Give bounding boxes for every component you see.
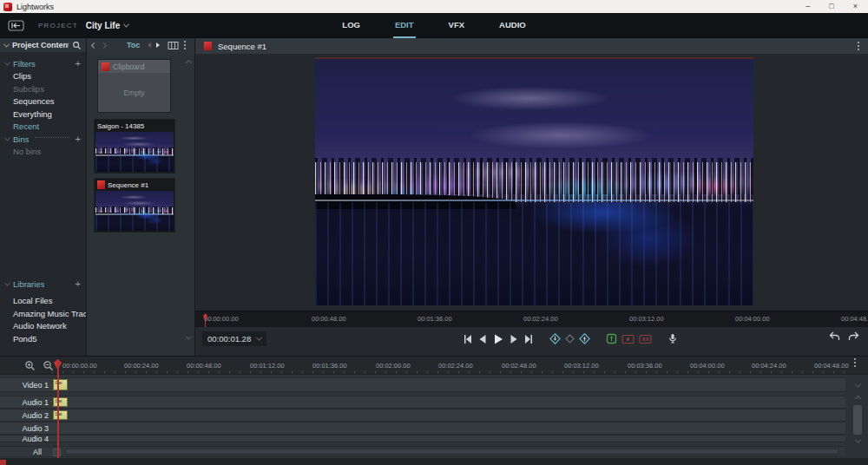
sidebar-section-bins[interactable]: Bins + [0,133,86,146]
track-video-1[interactable]: Video 1 Sai [0,377,845,392]
play-button[interactable] [492,333,504,345]
ruler-tick: 00:02:24.00 [438,362,473,370]
timeline-tracks: Video 1 Sai Audio 1 Sai Audio 2 Sai Audi… [0,375,845,458]
sidebar-item-everything[interactable]: Everything [0,108,86,121]
top-navigation-bar: PROJECT City Life [0,13,868,38]
exit-project-icon[interactable] [8,20,24,31]
insert-edit-button[interactable] [606,333,617,344]
timeline-clip[interactable]: Sai [53,379,68,390]
sequence-title: Sequence #1 [108,181,148,189]
timeline-menu-icon[interactable] [854,362,856,363]
all-track-strip [65,449,838,455]
clip-tile-saigon[interactable]: Saigon - 14385 [94,119,175,174]
timeline-clip[interactable]: Sai [53,397,68,407]
ruler-tick: 00:01:36.00 [418,315,452,323]
track-audio-3[interactable]: Audio 3 [0,422,845,435]
undo-icon[interactable] [829,331,840,342]
ruler-tick: 00:01:12.00 [250,362,285,370]
bin-nav-label[interactable]: Toc [127,41,140,49]
clipboard-empty-text: Empty [98,73,170,113]
nav-forward-icon[interactable] [101,42,107,48]
timecode-display[interactable]: 00:00:01.28 [202,331,266,346]
sidebar-item-recent[interactable]: Recent [0,121,86,134]
project-name-dropdown[interactable]: City Life [86,21,128,30]
skip-start-button[interactable] [463,334,473,344]
sidebar-item-audio-network[interactable]: Audio Network [0,320,86,333]
sidebar-section-filters[interactable]: Filters + [0,57,86,70]
close-button[interactable]: × [853,0,858,13]
sidebar-item-local-files[interactable]: Local Files [0,295,86,308]
page-next-icon[interactable] [156,43,162,48]
ruler-tick: 00:00:00.00 [62,362,97,370]
ruler-tick: 00:03:36.00 [628,362,662,370]
step-back-button[interactable] [477,334,488,344]
track-all[interactable]: All [0,446,845,457]
dotted-leader [35,137,69,138]
zoom-in-icon[interactable] [24,360,36,371]
viewer-playhead[interactable] [202,313,208,325]
sidebar-item-pond5[interactable]: Pond5 [0,332,86,345]
mark-in-button[interactable] [549,333,561,344]
add-bin-button[interactable]: + [76,134,81,143]
tab-audio[interactable]: AUDIO [497,13,528,38]
app-title: Lightworks [16,3,54,11]
ruler-tick: 00:04:48.00 [841,315,868,323]
add-marker-button[interactable] [565,334,575,344]
scroll-down-icon[interactable] [854,437,860,443]
remove-edit-button[interactable] [639,334,652,344]
step-forward-button[interactable] [509,334,519,344]
voiceover-mic-button[interactable] [667,333,678,344]
sidebar-section-libraries[interactable]: Libraries + [0,278,86,291]
clipboard-tile[interactable]: Clipboard Empty [97,59,171,113]
clipboard-icon [102,62,109,71]
search-icon[interactable] [72,41,82,50]
replace-edit-button[interactable] [621,334,635,344]
track-audio-2[interactable]: Audio 2 Sai [0,409,845,422]
timeline-playhead-line[interactable] [57,362,59,459]
add-library-button[interactable]: + [76,279,81,288]
nav-back-icon[interactable] [91,42,97,48]
timeline-ruler[interactable]: 00:00:00.00 00:00:24.00 00:00:48.00 00:0… [0,357,868,375]
scrollbar-thumb[interactable] [853,405,862,435]
chevron-down-icon [4,279,10,285]
sidebar-item-amazing-music-track[interactable]: Amazing Music Track [0,307,86,320]
sequence-tile[interactable]: Sequence #1 [94,178,175,232]
tab-edit[interactable]: EDIT [393,13,416,38]
tile-view-icon[interactable] [168,41,179,50]
sidebar-item-sequences[interactable]: Sequences [0,95,86,108]
track-audio-1[interactable]: Audio 1 Sai [0,396,845,409]
tab-log[interactable]: LOG [340,13,362,38]
sidebar-item-clips[interactable]: Clips [0,70,86,83]
sequence-icon [204,42,212,50]
page-prev-icon[interactable] [145,43,151,48]
timeline-scrollbar[interactable] [852,396,864,457]
ruler-tick: 00:00:24.00 [124,362,159,370]
viewer-menu-icon[interactable] [858,45,859,47]
bin-menu-icon[interactable] [184,44,186,46]
add-filter-button[interactable]: + [76,59,81,68]
scroll-down-icon[interactable] [186,334,192,340]
maximize-button[interactable]: □ [829,0,833,13]
viewer-timeline-ruler[interactable]: 00:00:00.00 00:00:48.00 00:01:36.00 00:0… [195,311,868,327]
track-collapse-icon[interactable] [855,382,861,388]
scroll-up-icon[interactable] [854,396,860,402]
titlebar: Lightworks – □ × [0,0,868,13]
tab-vfx[interactable]: VFX [447,13,466,38]
transport-controls [463,331,678,347]
project-contents-header[interactable]: Project Contents [0,38,86,52]
minimize-button[interactable]: – [806,0,810,13]
sidebar-item-subclips[interactable]: Subclips [0,82,86,95]
timeline-start-marker [0,460,6,465]
mark-out-button[interactable] [579,333,590,344]
sequence-icon [97,180,105,189]
track-audio-4[interactable]: Audio 4 [0,435,845,442]
redo-icon[interactable] [848,331,859,342]
ruler-minor-ticks [52,370,851,374]
collapse-icon [3,41,10,47]
viewer-body [195,54,868,311]
timeline-clip[interactable]: Sai [53,410,68,420]
scroll-up-icon[interactable] [186,60,192,66]
skip-end-button[interactable] [523,334,534,344]
video-frame[interactable] [315,57,753,305]
viewer-controls: 00:00:01.28 [195,327,868,350]
